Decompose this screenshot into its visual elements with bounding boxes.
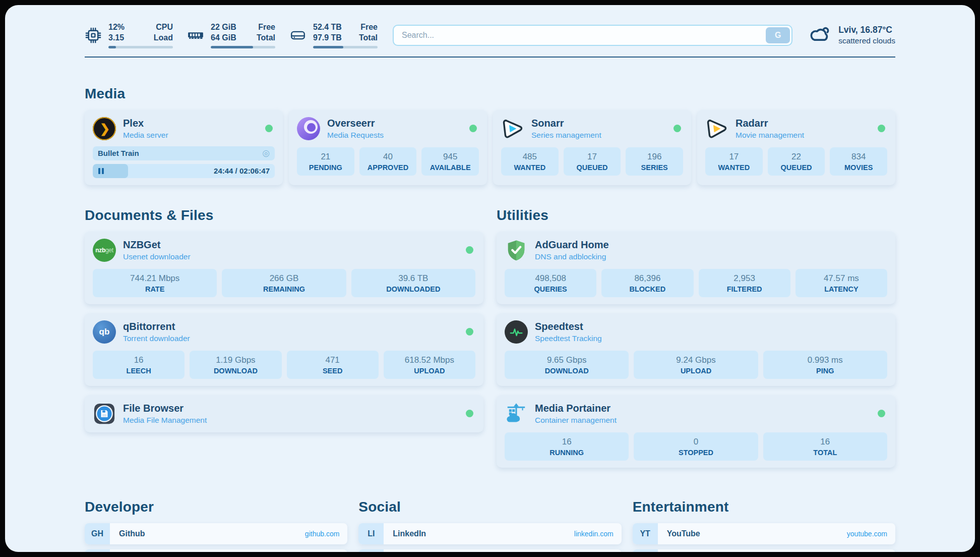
nzbget-icon: nzbget (93, 239, 116, 262)
stat-box-queued: 17 QUEUED (564, 147, 621, 176)
disk-stat: 52.4 TB 97.9 TB Free Total (289, 22, 378, 48)
app-card-filebrowser: File Browser Media File Management (85, 395, 483, 432)
app-link-portainer[interactable]: Media Portainer Container management (505, 402, 887, 425)
bookmark-name: Github (119, 529, 145, 538)
app-link-adguard[interactable]: AdGuard Home DNS and adblocking (505, 239, 887, 262)
app-description: Media server (123, 131, 168, 140)
app-title: Speedtest (535, 321, 602, 332)
status-online-dot (466, 246, 473, 254)
section-title-social: Social (358, 499, 621, 515)
bookmark-github[interactable]: GH Github github.com (85, 523, 347, 544)
stat-box-wanted: 17 WANTED (705, 147, 763, 176)
section-title-utilities: Utilities (497, 207, 895, 224)
disk-label-2: Total (359, 33, 378, 43)
app-card-speedtest: Speedtest Speedtest Tracking 9.65 Gbps D… (497, 313, 895, 386)
app-link-qbittorrent[interactable]: qb qBittorrent Torrent downloader (93, 320, 475, 344)
section-media: Media ❯ Plex Media server (85, 86, 895, 185)
app-title: AdGuard Home (535, 239, 609, 251)
app-link-plex[interactable]: ❯ Plex Media server (93, 117, 275, 140)
app-description: Media File Management (123, 416, 207, 425)
weather-condition: scattered clouds (838, 36, 895, 45)
stat-box-ping: 0.993 ms PING (763, 351, 887, 379)
playback-progress-bar: 24:44 / 02:06:47 (93, 164, 275, 178)
bookmark-domain: github.com (305, 530, 339, 538)
app-title: Radarr (736, 118, 804, 129)
app-title: File Browser (123, 403, 207, 414)
stat-box-downloaded: 39.6 TB DOWNLOADED (351, 269, 475, 297)
dashboard-panel: 12% 3.15 CPU Load (5, 5, 975, 552)
app-link-filebrowser[interactable]: File Browser Media File Management (93, 402, 475, 425)
section-utilities: Utilities (497, 207, 895, 468)
disk-total-value: 97.9 TB (313, 33, 342, 43)
bookmark-stackoverflow[interactable]: SO StackOverflow stackoverflow.com (85, 549, 347, 552)
status-online-dot (466, 410, 473, 417)
section-social: Social LI LinkedIn linkedin.com TW Twitt… (358, 499, 621, 552)
filebrowser-icon (93, 402, 116, 425)
app-link-overseerr[interactable]: Overseerr Media Requests (297, 117, 479, 140)
speedtest-icon (505, 320, 528, 344)
stat-box-seed: 471 SEED (287, 351, 379, 379)
bookmark-netflix[interactable]: NF Netflix netflix.com (633, 549, 895, 552)
adguard-icon (505, 239, 528, 262)
stat-box-approved: 40 APPROVED (359, 147, 417, 176)
top-bar: 12% 3.15 CPU Load (5, 5, 975, 48)
bookmark-abbr: GH (85, 523, 110, 544)
stat-box-total: 16 TOTAL (763, 432, 887, 461)
stat-box-upload: 9.24 Gbps UPLOAD (634, 351, 758, 379)
plex-icon: ❯ (93, 117, 116, 140)
pause-icon (98, 168, 104, 174)
bookmark-abbr: NF (633, 549, 658, 552)
app-card-qbittorrent: qb qBittorrent Torrent downloader 16 (85, 313, 483, 386)
now-playing-title: Bullet Train (98, 149, 139, 157)
section-title-developer: Developer (85, 499, 347, 515)
app-card-overseerr: Overseerr Media Requests 21 PENDING 40 (289, 110, 487, 185)
stat-box-queued: 22 QUEUED (768, 147, 825, 176)
section-entertainment: Entertainment YT YouTube youtube.com NF … (633, 499, 895, 552)
radarr-icon (705, 117, 728, 140)
section-title-entertainment: Entertainment (633, 499, 895, 515)
bookmark-youtube[interactable]: YT YouTube youtube.com (633, 523, 895, 544)
disk-icon (289, 27, 307, 44)
media-type-icon: ◎ (262, 149, 270, 157)
bookmark-twitter[interactable]: TW Twitter twitter.com (358, 549, 621, 552)
bookmark-abbr: TW (358, 549, 384, 552)
cpu-stat: 12% 3.15 CPU Load (85, 22, 173, 48)
stat-box-download: 1.19 Gbps DOWNLOAD (190, 351, 281, 379)
section-title-media: Media (85, 86, 895, 102)
bookmark-domain: youtube.com (847, 530, 887, 538)
app-description: Media Requests (327, 131, 384, 140)
bookmark-linkedin[interactable]: LI LinkedIn linkedin.com (358, 523, 621, 544)
stat-box-download: 9.65 Gbps DOWNLOAD (505, 351, 629, 379)
cpu-label-2: Load (154, 33, 173, 43)
cpu-icon (85, 27, 102, 44)
stat-box-series: 196 SERIES (626, 147, 683, 176)
stat-box-filtered: 2,953 FILTERED (699, 269, 790, 297)
cpu-load-percent: 12% (108, 22, 125, 33)
app-link-sonarr[interactable]: Sonarr Series management (501, 117, 683, 140)
app-link-nzbget[interactable]: nzbget NZBGet Usenet downloader (93, 239, 475, 262)
app-link-speedtest[interactable]: Speedtest Speedtest Tracking (505, 320, 887, 344)
search-provider-button[interactable]: G (766, 27, 790, 43)
stat-box-stopped: 0 STOPPED (634, 432, 758, 461)
search-input[interactable] (393, 25, 792, 46)
stat-box-rate: 744.21 Mbps RATE (93, 269, 217, 297)
stat-box-movies: 834 MOVIES (830, 147, 887, 176)
playback-time: 24:44 / 02:06:47 (214, 166, 270, 175)
status-online-dot (673, 125, 681, 132)
stat-box-queries: 498,508 QUERIES (505, 269, 596, 297)
status-online-dot (466, 328, 473, 336)
cpu-load-value: 3.15 (108, 33, 125, 43)
disk-label-1: Free (359, 22, 378, 33)
ram-label-2: Total (257, 33, 275, 43)
search-bar: G (393, 25, 792, 46)
qbittorrent-icon: qb (93, 320, 116, 344)
stat-box-pending: 21 PENDING (297, 147, 354, 176)
app-title: Sonarr (531, 118, 601, 129)
weather-widget: Lviv, 16.87°C scattered clouds (808, 25, 895, 45)
stat-box-available: 945 AVAILABLE (421, 147, 479, 176)
now-playing-row: Bullet Train ◎ (93, 146, 275, 160)
app-link-radarr[interactable]: Radarr Movie management (705, 117, 887, 140)
cloud-icon (808, 25, 832, 45)
header-divider (85, 57, 895, 58)
stat-box-upload: 618.52 Mbps UPLOAD (384, 351, 475, 379)
